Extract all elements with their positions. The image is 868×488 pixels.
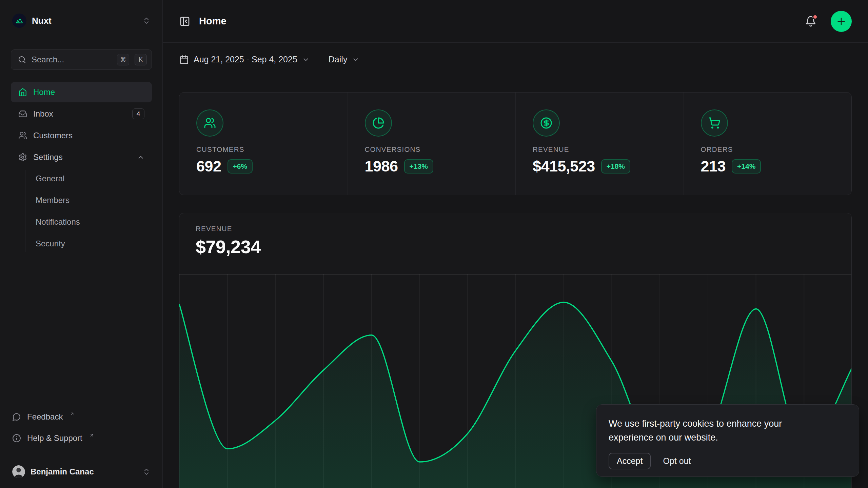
sidebar-item-settings[interactable]: Settings <box>11 147 152 167</box>
house-icon <box>18 88 27 97</box>
sidebar-footer-links: Feedback Help & Support <box>11 409 152 452</box>
page-header: Home <box>163 0 868 43</box>
granularity-select[interactable]: Daily <box>329 55 360 64</box>
gear-icon <box>18 153 27 162</box>
help-support-link[interactable]: Help & Support <box>11 431 152 446</box>
sidebar-item-label: Customers <box>33 131 144 140</box>
stat-label: CUSTOMERS <box>196 145 348 154</box>
inbox-icon <box>18 109 27 118</box>
date-range-value: Aug 21, 2025 - Sep 4, 2025 <box>194 55 297 64</box>
cookie-message: We use first-party cookies to enhance yo… <box>609 417 826 445</box>
stat-delta-badge: +14% <box>732 159 761 174</box>
user-name: Benjamin Canac <box>31 467 137 476</box>
avatar <box>12 465 25 478</box>
stat-delta-badge: +18% <box>601 159 630 174</box>
inbox-count-badge: 4 <box>132 108 144 119</box>
stat-label: CONVERSIONS <box>365 145 516 154</box>
add-button[interactable] <box>831 11 852 32</box>
nuxt-logo-icon <box>12 14 26 28</box>
stat-delta-badge: +6% <box>228 159 253 174</box>
stat-label: ORDERS <box>701 145 852 154</box>
sidebar-footer-divider <box>0 455 163 455</box>
chevrons-up-down-icon <box>142 17 151 25</box>
stat-value: 692 <box>196 158 221 175</box>
sidebar-item-home[interactable]: Home <box>11 82 152 102</box>
search-icon <box>18 56 26 64</box>
search-placeholder: Search... <box>32 55 112 64</box>
kbd-k: K <box>135 54 147 65</box>
stat-value: 213 <box>701 158 726 175</box>
stat-orders: ORDERS 213 +14% <box>684 93 852 195</box>
users-icon <box>196 109 223 137</box>
stat-delta-badge: +13% <box>404 159 433 174</box>
filter-toolbar: Aug 21, 2025 - Sep 4, 2025 Daily <box>163 43 868 76</box>
chevrons-up-down-icon <box>142 468 151 476</box>
stat-revenue: REVENUE $415,523 +18% <box>515 93 684 195</box>
workspace-name: Nuxt <box>32 16 137 26</box>
accept-button[interactable]: Accept <box>609 453 651 469</box>
granularity-value: Daily <box>329 55 348 64</box>
arrow-up-right-icon <box>70 411 75 416</box>
sidebar-item-members[interactable]: Members <box>11 190 152 210</box>
panel-left-close-icon[interactable] <box>179 16 190 27</box>
sidebar-item-label: Settings <box>33 152 131 162</box>
info-circle-icon <box>12 434 21 443</box>
dashboard-app: Nuxt Search... ⌘ K Home <box>0 0 868 488</box>
kbd-cmd: ⌘ <box>117 54 129 65</box>
page-title: Home <box>199 16 805 27</box>
stat-customers: CUSTOMERS 692 +6% <box>179 93 348 195</box>
shopping-cart-icon <box>701 109 728 137</box>
submenu-rail <box>25 170 25 252</box>
notifications-button[interactable] <box>805 16 816 27</box>
feedback-link[interactable]: Feedback <box>11 409 152 424</box>
cookie-banner: We use first-party cookies to enhance yo… <box>596 404 859 477</box>
stat-value: $415,523 <box>533 158 595 175</box>
revenue-value: $79,234 <box>196 236 835 257</box>
revenue-header: REVENUE $79,234 <box>179 213 851 257</box>
sidebar-item-general[interactable]: General <box>11 169 152 188</box>
opt-out-button[interactable]: Opt out <box>663 456 691 466</box>
search-input[interactable]: Search... ⌘ K <box>11 49 152 70</box>
sidebar-item-notifications[interactable]: Notifications <box>11 212 152 232</box>
settings-submenu: General Members Notifications Security <box>11 169 152 256</box>
pie-chart-icon <box>365 109 392 137</box>
user-menu[interactable]: Benjamin Canac <box>9 462 154 482</box>
notification-dot <box>812 14 818 20</box>
stats-row: CUSTOMERS 692 +6% CONVERSIONS 1986 +13% … <box>179 92 852 195</box>
sidebar-item-inbox[interactable]: Inbox 4 <box>11 104 152 124</box>
workspace-switcher[interactable]: Nuxt <box>9 11 154 30</box>
cookie-actions: Accept Opt out <box>609 453 845 469</box>
chevron-down-icon <box>352 56 359 63</box>
sidebar-item-label: Inbox <box>33 109 126 119</box>
stat-value: 1986 <box>365 158 398 175</box>
sidebar: Nuxt Search... ⌘ K Home <box>0 0 163 488</box>
users-icon <box>18 131 27 140</box>
sidebar-nav: Home Inbox 4 Customers Settings <box>11 82 152 169</box>
chevron-up-icon <box>137 154 144 161</box>
message-bubble-icon <box>12 412 21 421</box>
help-support-label: Help & Support <box>27 433 82 443</box>
sidebar-item-security[interactable]: Security <box>11 234 152 253</box>
chevron-down-icon <box>302 56 310 63</box>
stat-label: REVENUE <box>533 145 684 154</box>
feedback-label: Feedback <box>27 412 63 422</box>
stat-conversions: CONVERSIONS 1986 +13% <box>348 93 516 195</box>
circle-dollar-icon <box>533 109 560 137</box>
calendar-icon <box>179 55 189 64</box>
date-range-picker[interactable]: Aug 21, 2025 - Sep 4, 2025 <box>179 55 310 64</box>
sidebar-item-customers[interactable]: Customers <box>11 125 152 146</box>
sidebar-item-label: Home <box>33 87 144 97</box>
arrow-up-right-icon <box>89 433 94 438</box>
revenue-label: REVENUE <box>196 225 835 233</box>
